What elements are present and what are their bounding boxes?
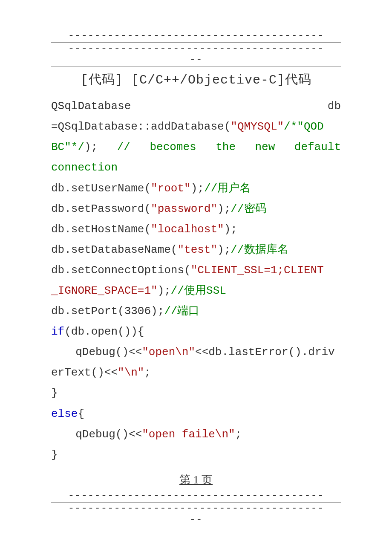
comment: //密码	[231, 202, 266, 215]
string-literal: "localhost"	[151, 223, 224, 236]
comment: default	[294, 141, 341, 153]
code-text: db.setConnectOptions(	[51, 264, 191, 277]
code-text: );	[191, 182, 204, 195]
code-text: ;	[235, 428, 242, 441]
code-text: {	[78, 408, 84, 420]
comment: becomes	[150, 141, 196, 153]
divider	[51, 66, 341, 66]
page-footer: 第 1 页 ----------------------------------…	[51, 472, 341, 525]
code-text: );	[84, 141, 98, 153]
code-line: db.setConnectOptions("CLIENT_SSL=1;CLIEN…	[51, 260, 341, 280]
string-literal: "test"	[177, 243, 217, 256]
code-text: db.setHostName(	[51, 223, 151, 236]
code-line: if(db.open()){	[51, 321, 341, 342]
code-text: erText()<<	[51, 366, 118, 379]
top-separator: --------------------------------------- …	[51, 30, 341, 65]
code-line: else{	[51, 404, 341, 424]
comment: //	[117, 141, 130, 153]
code-line: qDebug()<<"open faile\n";	[51, 424, 341, 445]
code-text: );	[217, 202, 231, 215]
code-line: db.setHostName("localhost");	[51, 219, 341, 240]
code-line: db.setUserName("root");//用户名	[51, 178, 341, 199]
code-line: db.setDatabaseName("test");//数据库名	[51, 240, 341, 260]
string-literal: _IGNORE_SPACE=1"	[51, 284, 158, 297]
code-text: <<db.lastError().driv	[195, 346, 335, 358]
code-text: qDebug()<<	[75, 346, 142, 358]
code-text: qDebug()<<	[75, 428, 142, 441]
string-literal: "password"	[151, 202, 217, 215]
keyword: if	[51, 325, 64, 338]
comment: the	[216, 141, 236, 153]
dash-line: ---------------------------------------	[51, 490, 341, 501]
page-number: 第 1 页	[51, 472, 341, 487]
dash-tail: --	[51, 54, 341, 65]
code-text: db.setDatabaseName(	[51, 243, 177, 256]
code-text: db	[328, 100, 341, 113]
string-literal: "QMYSQL"	[231, 120, 284, 133]
code-line: BC"*/); // becomes the new default	[51, 137, 341, 157]
code-text: =QSqlDatabase::addDatabase(	[51, 120, 231, 133]
code-text: db.setUserName(	[51, 182, 151, 195]
code-text: (db.open()){	[64, 325, 144, 338]
code-text: );	[224, 223, 237, 236]
code-text: );	[217, 243, 231, 256]
string-literal: "root"	[151, 182, 191, 195]
keyword: else	[51, 408, 78, 420]
comment: //数据库名	[231, 243, 288, 256]
code-text: }	[51, 448, 58, 461]
code-line: }	[51, 383, 341, 403]
code-text: db.setPort(3306);	[51, 305, 164, 318]
code-line: =QSqlDatabase::addDatabase("QMYSQL"/*"QO…	[51, 116, 341, 137]
dash-line: ---------------------------------------	[51, 43, 341, 54]
string-literal: "open\n"	[142, 346, 195, 358]
string-literal: "CLIENT_SSL=1;CLIENT	[191, 264, 324, 277]
code-line: QSqlDatabase db	[51, 96, 341, 116]
section-heading: [代码] [C/C++/Objective-C]代码	[51, 71, 341, 88]
code-text: );	[158, 284, 171, 297]
comment: /*"QOD	[284, 120, 324, 133]
comment: BC"*/	[51, 141, 84, 153]
code-block: QSqlDatabase db =QSqlDatabase::addDataba…	[51, 96, 341, 465]
comment: connection	[51, 161, 118, 174]
dash-tail: --	[51, 514, 341, 525]
code-line: erText()<<"\n";	[51, 362, 341, 383]
code-text: ;	[144, 366, 151, 379]
dash-line: ---------------------------------------	[51, 30, 341, 41]
string-literal: "open faile\n"	[142, 428, 235, 441]
code-text: QSqlDatabase	[51, 100, 131, 113]
code-text: db.setPassword(	[51, 202, 151, 215]
code-line: connection	[51, 157, 341, 178]
comment: //使用SSL	[171, 284, 226, 297]
comment: //端口	[164, 305, 199, 318]
string-literal: "\n"	[118, 366, 144, 379]
code-text: }	[51, 387, 58, 399]
code-line: db.setPort(3306);//端口	[51, 301, 341, 321]
comment: new	[255, 141, 275, 153]
code-line: }	[51, 445, 341, 465]
code-line: qDebug()<<"open\n"<<db.lastError().driv	[51, 342, 341, 362]
code-line: db.setPassword("password");//密码	[51, 199, 341, 219]
comment: //用户名	[204, 182, 251, 195]
dash-line: ---------------------------------------	[51, 503, 341, 514]
code-line: _IGNORE_SPACE=1");//使用SSL	[51, 280, 341, 301]
